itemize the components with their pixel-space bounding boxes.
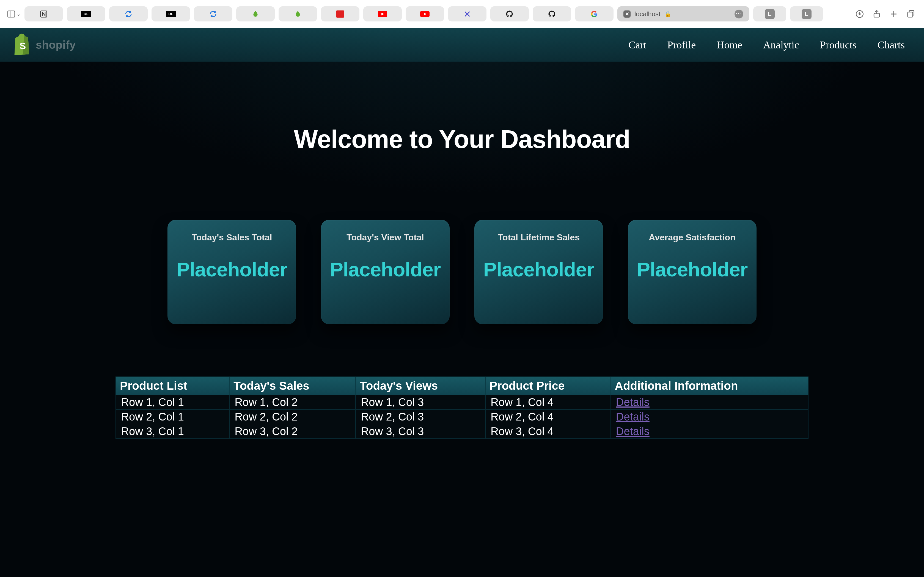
pinned-tab-notion[interactable] bbox=[24, 6, 63, 21]
table-header-row: Product List Today's Sales Today's Views… bbox=[116, 377, 808, 395]
stat-cards-row: Today's Sales Total Placeholder Today's … bbox=[167, 220, 757, 324]
pinned-tab-google[interactable] bbox=[575, 6, 613, 21]
site-menu-icon[interactable]: ··· bbox=[734, 10, 743, 18]
cell-link: Details bbox=[611, 424, 808, 438]
app-icon: DL bbox=[81, 11, 91, 17]
app-viewport: S shopify Cart Profile Home Analytic Pro… bbox=[0, 28, 924, 577]
card-title: Total Lifetime Sales bbox=[480, 232, 597, 243]
pinned-tab-3[interactable] bbox=[109, 6, 148, 21]
youtube-icon bbox=[420, 11, 430, 17]
brand-logo[interactable]: S shopify bbox=[11, 33, 76, 57]
app-header: S shopify Cart Profile Home Analytic Pro… bbox=[0, 28, 924, 61]
stat-card-lifetime-sales: Total Lifetime Sales Placeholder bbox=[474, 220, 603, 324]
cell: Row 3, Col 1 bbox=[116, 424, 229, 438]
sidebar-toggle-button[interactable]: ⌄ bbox=[6, 10, 21, 19]
share-button[interactable] bbox=[870, 7, 883, 21]
products-table: Product List Today's Sales Today's Views… bbox=[116, 377, 808, 439]
lock-icon: 🔒 bbox=[665, 11, 671, 17]
tab-badge: L bbox=[765, 9, 775, 19]
pinned-tab-4[interactable]: DL bbox=[151, 6, 190, 21]
details-link[interactable]: Details bbox=[616, 425, 650, 437]
nav-products[interactable]: Products bbox=[820, 39, 856, 51]
cell: Row 2, Col 4 bbox=[485, 409, 611, 424]
cell: Row 1, Col 2 bbox=[229, 395, 356, 409]
table-row: Row 3, Col 1 Row 3, Col 2 Row 3, Col 3 R… bbox=[116, 424, 808, 438]
details-link[interactable]: Details bbox=[616, 396, 650, 408]
nav-cart[interactable]: Cart bbox=[628, 39, 646, 51]
nav-charts[interactable]: Charts bbox=[877, 39, 905, 51]
card-value: Placeholder bbox=[480, 258, 597, 281]
pinned-tab-7[interactable] bbox=[278, 6, 317, 21]
download-icon bbox=[855, 10, 864, 19]
pinned-tab-5[interactable] bbox=[194, 6, 232, 21]
tab-strip: DL DL bbox=[24, 6, 823, 21]
youtube-icon bbox=[378, 11, 387, 17]
th-product-list: Product List bbox=[116, 377, 229, 395]
pinned-tab-youtube-1[interactable] bbox=[363, 6, 402, 21]
background-tab-1[interactable]: L bbox=[753, 6, 786, 21]
pinned-tab-6[interactable] bbox=[236, 6, 275, 21]
pinned-tab-11[interactable] bbox=[448, 6, 486, 21]
th-todays-views: Today's Views bbox=[356, 377, 485, 395]
app-icon: DL bbox=[166, 11, 176, 17]
cell: Row 3, Col 3 bbox=[356, 424, 485, 438]
cell: Row 2, Col 2 bbox=[229, 409, 356, 424]
card-value: Placeholder bbox=[173, 258, 291, 281]
main-content: Welcome to Your Dashboard Today's Sales … bbox=[0, 61, 924, 439]
sidebar-icon bbox=[6, 10, 16, 19]
card-value: Placeholder bbox=[633, 258, 751, 281]
close-tab-icon[interactable]: ✕ bbox=[623, 10, 631, 18]
leaf-icon bbox=[294, 10, 301, 18]
background-tab-2[interactable]: L bbox=[790, 6, 823, 21]
card-title: Average Satisfaction bbox=[633, 232, 751, 243]
cell: Row 1, Col 3 bbox=[356, 395, 485, 409]
github-icon bbox=[548, 10, 556, 18]
tab-overview-button[interactable] bbox=[904, 7, 918, 21]
table-row: Row 2, Col 1 Row 2, Col 2 Row 2, Col 3 R… bbox=[116, 409, 808, 424]
sync-icon bbox=[124, 10, 132, 18]
cell: Row 3, Col 4 bbox=[485, 424, 611, 438]
th-additional-info: Additional Information bbox=[611, 377, 808, 395]
pinned-tab-github-2[interactable] bbox=[533, 6, 571, 21]
cell-link: Details bbox=[611, 395, 808, 409]
pinned-tab-github-1[interactable] bbox=[490, 6, 529, 21]
main-nav: Cart Profile Home Analytic Products Char… bbox=[628, 39, 913, 51]
active-tab[interactable]: ✕ localhost 🔒 ··· bbox=[617, 6, 749, 21]
th-product-price: Product Price bbox=[485, 377, 611, 395]
cell-link: Details bbox=[611, 409, 808, 424]
browser-chrome: ⌄ DL DL bbox=[0, 0, 924, 28]
page-title: Welcome to Your Dashboard bbox=[294, 125, 630, 154]
pinned-tab-8[interactable] bbox=[321, 6, 359, 21]
pinned-tab-2[interactable]: DL bbox=[67, 6, 105, 21]
cell: Row 2, Col 3 bbox=[356, 409, 485, 424]
sync-icon bbox=[209, 10, 217, 18]
cell: Row 1, Col 4 bbox=[485, 395, 611, 409]
chevron-down-icon: ⌄ bbox=[16, 11, 21, 17]
browser-toolbar-right bbox=[853, 7, 918, 21]
nav-home[interactable]: Home bbox=[716, 39, 742, 51]
app-icon bbox=[336, 10, 344, 18]
stat-card-views-today: Today's View Total Placeholder bbox=[321, 220, 450, 324]
svg-text:S: S bbox=[19, 41, 26, 51]
new-tab-button[interactable] bbox=[887, 7, 900, 21]
notion-icon bbox=[40, 10, 48, 18]
github-icon bbox=[505, 10, 514, 18]
share-icon bbox=[872, 10, 881, 19]
th-todays-sales: Today's Sales bbox=[229, 377, 356, 395]
svg-rect-0 bbox=[8, 11, 15, 17]
google-icon bbox=[591, 10, 598, 18]
cell: Row 3, Col 2 bbox=[229, 424, 356, 438]
brand-name: shopify bbox=[36, 39, 76, 51]
stat-card-satisfaction: Average Satisfaction Placeholder bbox=[628, 220, 757, 324]
nav-profile[interactable]: Profile bbox=[667, 39, 696, 51]
card-title: Today's View Total bbox=[327, 232, 444, 243]
tabs-icon bbox=[906, 10, 916, 19]
address-text: localhost bbox=[634, 10, 660, 18]
plus-icon bbox=[889, 10, 898, 19]
details-link[interactable]: Details bbox=[616, 411, 650, 423]
nav-analytic[interactable]: Analytic bbox=[763, 39, 799, 51]
downloads-button[interactable] bbox=[853, 7, 866, 21]
pinned-tab-youtube-2[interactable] bbox=[406, 6, 444, 21]
tab-badge: L bbox=[802, 9, 811, 19]
table-row: Row 1, Col 1 Row 1, Col 2 Row 1, Col 3 R… bbox=[116, 395, 808, 409]
